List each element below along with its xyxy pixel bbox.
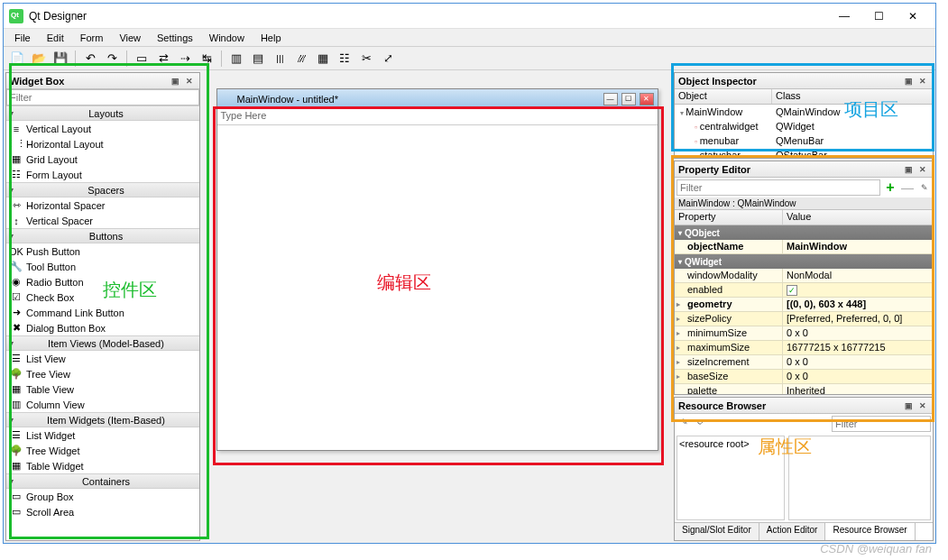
property-row[interactable]: ▸minimumSize0 x 0 <box>675 326 933 341</box>
form-minimize-button[interactable]: — <box>603 93 618 106</box>
category-header[interactable]: ▾Item Widgets (Item-Based) <box>6 412 199 427</box>
close-icon[interactable]: ✕ <box>916 75 929 87</box>
float-icon[interactable]: ▣ <box>902 399 915 412</box>
float-icon[interactable]: ▣ <box>902 163 915 176</box>
object-row[interactable]: ▫ statusbarQStatusBar <box>675 148 933 158</box>
widget-filter-input[interactable] <box>6 89 199 106</box>
form-maximize-button[interactable]: ☐ <box>621 93 636 106</box>
widget-check-box[interactable]: ☑Check Box <box>6 289 199 305</box>
widget-list-widget[interactable]: ☰List Widget <box>6 427 199 443</box>
property-table[interactable]: ▾QObjectobjectNameMainWindow▾QWidgetwind… <box>675 225 933 394</box>
widget-radio-button[interactable]: ◉Radio Button <box>6 274 199 289</box>
category-header[interactable]: ▾Buttons <box>6 228 199 243</box>
minimize-button[interactable]: — <box>827 5 861 27</box>
expand-icon[interactable]: ▸ <box>676 329 680 337</box>
layout-form-icon[interactable]: ☷ <box>335 49 354 69</box>
edit-resources-icon[interactable]: ✎ <box>678 416 691 428</box>
expand-icon[interactable]: ▸ <box>676 300 680 308</box>
widget-push-button[interactable]: OKPush Button <box>6 243 199 259</box>
widget-grid-layout[interactable]: ▦Grid Layout <box>6 151 199 167</box>
widget-tree-view[interactable]: 🌳Tree View <box>6 366 199 381</box>
menu-view[interactable]: View <box>112 31 148 45</box>
widget-list-view[interactable]: ☰List View <box>6 351 199 366</box>
resource-filter-input[interactable] <box>832 416 931 432</box>
resource-view[interactable] <box>788 436 931 520</box>
widget-horizontal-layout[interactable]: ⋮⋮Horizontal Layout <box>6 136 199 151</box>
widget-dialog-button-box[interactable]: ✖Dialog Button Box <box>6 320 199 335</box>
close-button[interactable]: ✕ <box>896 5 930 27</box>
remove-property-icon[interactable]: — <box>900 180 915 195</box>
form-window[interactable]: MainWindow - untitled* — ☐ ✕ Type Here <box>216 88 658 451</box>
menu-edit[interactable]: Edit <box>40 31 71 45</box>
float-icon[interactable]: ▣ <box>169 75 181 87</box>
tab-signal-slot-editor[interactable]: Signal/Slot Editor <box>675 523 759 540</box>
tab-resource-browser[interactable]: Resource Browser <box>825 523 915 540</box>
expand-icon[interactable]: ▸ <box>676 315 680 323</box>
maximize-button[interactable]: ☐ <box>861 5 896 27</box>
widget-column-view[interactable]: ▥Column View <box>6 397 199 412</box>
property-row[interactable]: objectNameMainWindow <box>675 240 933 254</box>
category-header[interactable]: ▾Spacers <box>6 182 199 197</box>
edit-widgets-icon[interactable]: ▭ <box>132 49 152 69</box>
property-group-qwidget[interactable]: ▾QWidget <box>675 254 933 269</box>
widget-table-widget[interactable]: ▦Table Widget <box>6 458 199 473</box>
widget-tree-widget[interactable]: 🌳Tree Widget <box>6 443 199 458</box>
property-row[interactable]: ▸maximumSize16777215 x 16777215 <box>675 341 933 355</box>
widget-horizontal-spacer[interactable]: ⇿Horizontal Spacer <box>6 197 199 213</box>
property-row[interactable]: ▸sizeIncrement0 x 0 <box>675 355 933 370</box>
edit-buddies-icon[interactable]: ⇢ <box>175 49 195 69</box>
property-row[interactable]: ▸baseSize0 x 0 <box>675 370 933 384</box>
widget-form-layout[interactable]: ☷Form Layout <box>6 167 199 182</box>
menu-settings[interactable]: Settings <box>150 31 200 45</box>
close-icon[interactable]: ✕ <box>183 75 196 87</box>
category-header[interactable]: ▾Item Views (Model-Based) <box>6 335 199 351</box>
menu-form[interactable]: Form <box>73 31 111 45</box>
layout-horizontal-icon[interactable]: ▥ <box>226 49 246 69</box>
tab-action-editor[interactable]: Action Editor <box>759 523 826 540</box>
edit-taborder-icon[interactable]: ↹ <box>197 49 216 69</box>
float-icon[interactable]: ▣ <box>902 75 915 87</box>
add-property-icon[interactable]: + <box>882 179 898 196</box>
object-row[interactable]: ▫ menubarQMenuBar <box>675 133 933 148</box>
menu-window[interactable]: Window <box>202 31 252 45</box>
expand-icon[interactable]: ▸ <box>676 372 680 381</box>
layout-grid-icon[interactable]: ▦ <box>313 49 333 69</box>
undo-icon[interactable]: ↶ <box>80 49 100 69</box>
edit-signals-icon[interactable]: ⇄ <box>153 49 173 69</box>
property-row[interactable]: enabled✓ <box>675 283 933 298</box>
save-icon[interactable]: 💾 <box>51 49 70 69</box>
property-row[interactable]: paletteInherited <box>675 384 933 394</box>
widget-vertical-spacer[interactable]: ↕Vertical Spacer <box>6 213 199 228</box>
property-row[interactable]: windowModalityNonModal <box>675 269 933 283</box>
reload-icon[interactable]: ⟳ <box>695 416 707 428</box>
layout-vsplit-icon[interactable]: ⫻ <box>291 49 311 69</box>
wrench-icon[interactable]: ✎ <box>918 181 931 194</box>
object-tree[interactable]: ▾ MainWindowQMainWindow▫ centralwidgetQW… <box>675 105 933 158</box>
widget-table-view[interactable]: ▦Table View <box>6 381 199 397</box>
adjust-size-icon[interactable]: ⤢ <box>378 49 398 69</box>
redo-icon[interactable]: ↷ <box>102 49 122 69</box>
widget-tool-button[interactable]: 🔧Tool Button <box>6 259 199 274</box>
break-layout-icon[interactable]: ✂ <box>356 49 376 69</box>
property-filter-input[interactable] <box>676 179 880 196</box>
open-file-icon[interactable]: 📂 <box>29 49 49 69</box>
widget-command-link-button[interactable]: ➜Command Link Button <box>6 305 199 320</box>
property-group-qobject[interactable]: ▾QObject <box>675 225 933 240</box>
property-row[interactable]: ▸geometry[(0, 0), 603 x 448] <box>675 298 933 312</box>
object-row[interactable]: ▫ centralwidgetQWidget <box>675 119 933 133</box>
menu-help[interactable]: Help <box>253 31 289 45</box>
form-canvas[interactable] <box>217 125 658 450</box>
layout-vertical-icon[interactable]: ▤ <box>248 49 268 69</box>
object-row[interactable]: ▾ MainWindowQMainWindow <box>675 105 933 119</box>
widget-list[interactable]: ▾Layouts≡Vertical Layout⋮⋮Horizontal Lay… <box>6 106 199 540</box>
close-icon[interactable]: ✕ <box>916 163 929 176</box>
expand-icon[interactable]: ▸ <box>676 344 680 352</box>
new-file-icon[interactable]: 📄 <box>7 49 27 69</box>
form-menubar[interactable]: Type Here <box>217 109 658 125</box>
menu-file[interactable]: File <box>7 31 38 45</box>
expand-icon[interactable]: ▸ <box>676 358 680 366</box>
widget-group-box[interactable]: ▭Group Box <box>6 489 199 504</box>
category-header[interactable]: ▾Layouts <box>6 106 199 121</box>
property-row[interactable]: ▸sizePolicy[Preferred, Preferred, 0, 0] <box>675 312 933 326</box>
checkbox-checked-icon[interactable]: ✓ <box>787 285 797 296</box>
